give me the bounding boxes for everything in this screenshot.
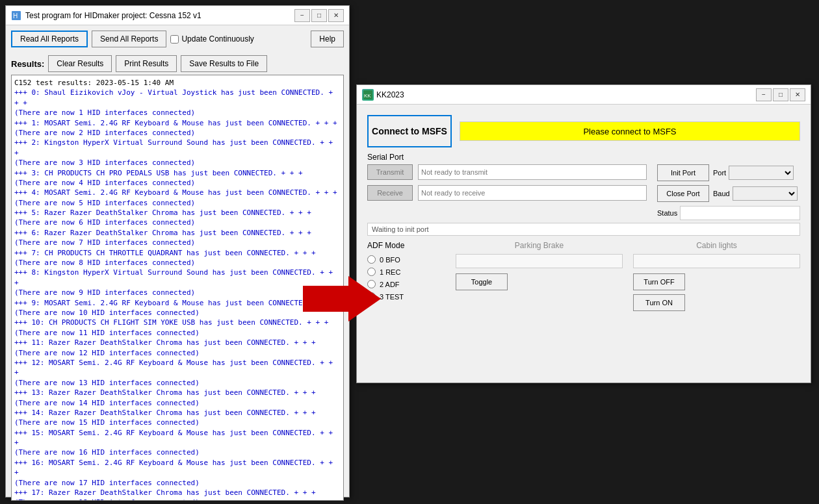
list-item: C152 test results: 2023-05-15 1:40 AM — [14, 78, 341, 88]
parking-brake-label: Parking Brake — [456, 241, 623, 250]
adf-radio-0[interactable] — [367, 255, 376, 264]
list-item: +++ 7: CH PRODUCTS CH THROTTLE QUADRANT … — [14, 248, 341, 258]
list-item: +++ 6: Razer Razer DeathStalker Chroma h… — [14, 228, 341, 238]
help-button[interactable]: Help — [311, 31, 344, 47]
list-item: (There are now 11 HID interfaces connect… — [14, 328, 341, 338]
msfs-status-text: Please connect to MSFS — [460, 121, 800, 141]
cabin-lights-input — [633, 254, 800, 268]
list-item: (There are now 17 HID interfaces connect… — [14, 478, 341, 488]
list-item: +++ 17: Razer Razer DeathStalker Chroma … — [14, 488, 341, 498]
list-item: (There are now 3 HID interfaces connecte… — [14, 158, 341, 168]
list-item: +++ 2: Kingston HyperX Virtual Surround … — [14, 138, 341, 158]
read-all-reports-button[interactable]: Read All Reports — [11, 31, 88, 47]
list-item: +++ 8: Kingston HyperX Virtual Surround … — [14, 268, 341, 288]
adf-option-0[interactable]: 0 BFO — [367, 255, 445, 264]
list-item: +++ 16: MOSART Semi. 2.4G RF Keyboard & … — [14, 458, 341, 478]
window2-title: KK2023 — [376, 90, 756, 99]
svg-marker-2 — [303, 276, 381, 321]
titlebar1: H Test program for HIDmaker project: Ces… — [6, 6, 349, 25]
status-row: Status — [657, 206, 800, 220]
list-item: (There are now 1 HID interfaces connecte… — [14, 108, 341, 118]
list-item: (There are now 18 HID interfaces connect… — [14, 498, 341, 501]
toggle-button[interactable]: Toggle — [456, 273, 508, 290]
turn-off-button[interactable]: Turn OFF — [633, 273, 685, 290]
list-item: (There are now 8 HID interfaces connecte… — [14, 258, 341, 268]
baud-select-row: Baud — [713, 186, 798, 201]
list-item: +++ 5: Razer Razer DeathStalker Chroma h… — [14, 208, 341, 218]
update-continuously-label[interactable]: Update Continuously — [170, 34, 254, 44]
list-item: (There are now 14 HID interfaces connect… — [14, 398, 341, 408]
adf-mode-label: ADF Mode — [367, 241, 445, 250]
transmit-button[interactable]: Transmit — [367, 164, 413, 180]
list-item: +++ 9: MOSART Semi. 2.4G RF Keyboard & M… — [14, 298, 341, 308]
maximize-button[interactable]: □ — [311, 9, 327, 22]
list-item: (There are now 4 HID interfaces connecte… — [14, 178, 341, 188]
app-icon2: KK — [362, 89, 374, 101]
titlebar2-controls: − □ ✕ — [756, 88, 805, 101]
update-continuously-checkbox[interactable] — [170, 35, 179, 44]
turn-on-button[interactable]: Turn ON — [633, 294, 685, 311]
list-item: (There are now 2 HID interfaces connecte… — [14, 128, 341, 138]
titlebar1-controls: − □ ✕ — [294, 9, 344, 22]
minimize-button2[interactable]: − — [756, 88, 772, 101]
app-icon: H — [11, 10, 21, 21]
receive-button[interactable]: Receive — [367, 185, 413, 201]
status-input — [680, 206, 800, 220]
status-label-text: Status — [657, 209, 677, 217]
window2: KK KK2023 − □ ✕ Connect to MSFS Please c… — [356, 84, 811, 383]
close-port-button[interactable]: Close Port — [657, 185, 709, 202]
print-results-button[interactable]: Print Results — [116, 55, 177, 72]
save-results-button[interactable]: Save Results to File — [181, 55, 267, 72]
parking-brake-input — [456, 254, 623, 268]
window1: H Test program for HIDmaker project: Ces… — [5, 5, 350, 498]
list-item: +++ 1: MOSART Semi. 2.4G RF Keyboard & M… — [14, 118, 341, 128]
transmit-receive-area: Transmit Receive — [367, 164, 647, 220]
list-item: +++ 3: CH PRODUCTS CH PRO PEDALS USB has… — [14, 168, 341, 178]
port-row2: Close Port Baud — [657, 185, 800, 202]
list-item: +++ 12: MOSART Semi. 2.4G RF Keyboard & … — [14, 358, 341, 378]
list-item: +++ 15: MOSART Semi. 2.4G RF Keyboard & … — [14, 428, 341, 448]
update-continuously-text: Update Continuously — [181, 34, 254, 44]
cabin-lights-section: Cabin lights Turn OFF Turn ON — [633, 241, 800, 315]
port-row1: Init Port Port — [657, 164, 800, 181]
list-item: (There are now 7 HID interfaces connecte… — [14, 238, 341, 247]
list-item: (There are now 6 HID interfaces connecte… — [14, 218, 341, 227]
close-button2[interactable]: ✕ — [790, 88, 805, 101]
results-area[interactable]: C152 test results: 2023-05-15 1:40 AM+++… — [11, 75, 344, 501]
svg-text:KK: KK — [364, 93, 371, 99]
minimize-button[interactable]: − — [294, 9, 310, 22]
list-item: (There are now 12 HID interfaces connect… — [14, 348, 341, 358]
svg-text:H: H — [13, 12, 18, 19]
waiting-text: Waiting to init port — [367, 223, 800, 236]
list-item: +++ 13: Razer Razer DeathStalker Chroma … — [14, 388, 341, 397]
serial-port-section-label: Serial Port — [367, 153, 800, 162]
adf-option-1-label: 1 REC — [380, 268, 400, 276]
send-all-reports-button[interactable]: Send All Reports — [92, 31, 166, 47]
results-label: Results: — [11, 59, 44, 69]
adf-option-0-label: 0 BFO — [380, 256, 400, 264]
close-button[interactable]: ✕ — [328, 9, 344, 22]
adf-option-2-label: 2 ADF — [380, 281, 400, 288]
list-item: (There are now 15 HID interfaces connect… — [14, 418, 341, 427]
list-item: (There are now 9 HID interfaces connecte… — [14, 288, 341, 297]
baud-select[interactable] — [733, 186, 798, 201]
port-label-text: Port — [713, 169, 726, 177]
transmit-status-input — [418, 164, 647, 180]
receive-row: Receive — [367, 185, 647, 201]
port-select[interactable] — [729, 166, 794, 180]
init-port-button[interactable]: Init Port — [657, 164, 709, 181]
maximize-button2[interactable]: □ — [773, 88, 788, 101]
port-controls: Init Port Port Close Port Baud Status — [657, 164, 800, 220]
parking-brake-section: Parking Brake Toggle — [456, 241, 623, 315]
port-select-row: Port — [713, 166, 794, 180]
list-item: (There are now 5 HID interfaces connecte… — [14, 198, 341, 208]
receive-status-input — [418, 185, 647, 201]
serial-port-label: Serial Port — [367, 153, 404, 162]
list-item: (There are now 10 HID interfaces connect… — [14, 308, 341, 318]
clear-results-button[interactable]: Clear Results — [48, 55, 112, 72]
window1-title: Test program for HIDmaker project: Cessn… — [25, 11, 294, 20]
bottom-section: ADF Mode 0 BFO 1 REC 2 ADF 3 TEST — [367, 241, 800, 315]
list-item: +++ 0: Shaul Eizikovich vJoy - Virtual J… — [14, 88, 341, 108]
connect-to-msfs-button[interactable]: Connect to MSFS — [367, 115, 452, 147]
arrow-graphic — [303, 273, 381, 325]
